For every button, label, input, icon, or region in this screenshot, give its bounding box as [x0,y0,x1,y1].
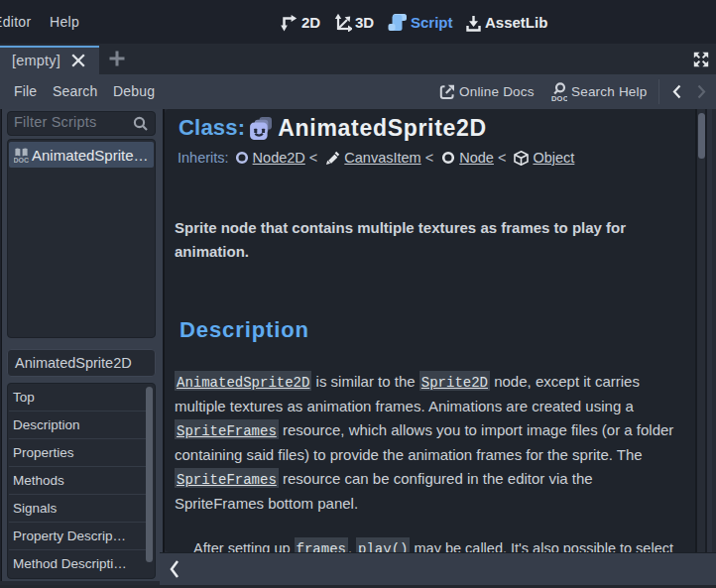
svg-text:DOC: DOC [551,93,567,102]
svg-text:DOC: DOC [14,157,29,164]
